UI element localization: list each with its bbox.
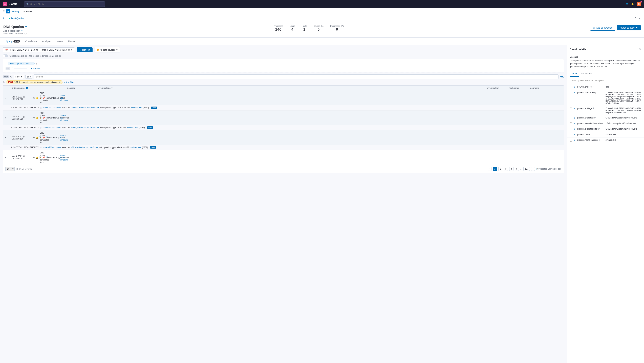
field-checkbox[interactable]	[570, 134, 572, 136]
page-3-button[interactable]: 3	[504, 167, 508, 171]
tab-analyzer[interactable]: Analyzer	[40, 38, 54, 45]
timeline-icon[interactable]: ↻	[33, 156, 35, 159]
query-pill[interactable]: network.protocol: "dns" ✕	[8, 62, 34, 65]
detail-process-link[interactable]: svchost.exe	[131, 107, 142, 109]
page-1-button[interactable]: 1	[493, 167, 497, 171]
filter-chip[interactable]: NOT NOT dns.question.name: logging.googl…	[6, 80, 62, 84]
tab-notes[interactable]: Notes	[54, 38, 66, 45]
empty-field-area[interactable]	[14, 68, 28, 69]
field-checkbox[interactable]	[570, 139, 572, 142]
field-info-icon[interactable]: ℹ	[593, 107, 594, 109]
expand-arrow[interactable]: ▶	[5, 157, 10, 158]
next-page-button[interactable]: ›	[531, 167, 535, 171]
alert-icon[interactable]: 🔔	[36, 156, 38, 159]
page-5-button[interactable]: 5	[515, 167, 519, 171]
datasources-button[interactable]: All data sources ▾	[94, 47, 120, 53]
field-info-icon[interactable]: ℹ	[604, 122, 604, 124]
field-info-icon[interactable]: ℹ	[593, 86, 594, 88]
expand-arrow[interactable]: ▼	[5, 137, 10, 139]
edit-title-icon[interactable]: ✏	[25, 26, 27, 28]
add-filter-button[interactable]: + Add filter	[64, 81, 74, 84]
field-checkbox[interactable]	[570, 117, 572, 119]
table-row[interactable]: ▶ Mar 4, 2021 @ 16:22:00.043 ↻ 🔔 📝 📌 📄 ·…	[3, 150, 564, 165]
kql-badge[interactable]: KQL	[560, 76, 564, 78]
field-info-icon[interactable]: ℹ	[590, 133, 591, 135]
field-info-icon[interactable]: ℹ	[599, 128, 600, 130]
field-checkbox[interactable]	[570, 128, 572, 130]
bell-icon[interactable]: 🔔	[631, 3, 634, 5]
page-last-button[interactable]: 127	[524, 167, 530, 171]
field-info-icon[interactable]: ℹ	[599, 139, 600, 141]
alert-icon[interactable]: 🔔	[36, 136, 38, 139]
close-event-details-button[interactable]: ✕	[639, 48, 641, 51]
table-row[interactable]: ▼ Mar 4, 2021 @ 16:26:10.320 ↻ 🔔 📝 📌 📄 ·…	[3, 111, 564, 125]
search-input[interactable]	[30, 3, 103, 5]
breadcrumb-security[interactable]: Security	[12, 10, 19, 13]
table-row[interactable]: ▼ Mar 4, 2021 @ 16:22:00.110 ↻ 🔔 📝 📌 📄 ·…	[3, 130, 564, 145]
detail-host-link[interactable]: james-712-windows	[43, 146, 61, 149]
detail-host-link[interactable]: james-712-windows	[43, 126, 61, 129]
field-info-icon[interactable]: ℹ	[597, 91, 597, 93]
row-host-name[interactable]: james-712-windows	[60, 95, 65, 102]
tab-correlation[interactable]: Correlation	[23, 38, 40, 45]
filter-settings-icon[interactable]: ⚙	[10, 75, 12, 78]
timeline-tab-dns-queries[interactable]: DNS Queries	[6, 15, 26, 22]
field-checkbox[interactable]	[570, 92, 572, 94]
page-2-button[interactable]: 2	[498, 167, 502, 171]
filter-search-input[interactable]	[34, 75, 558, 79]
date-range-picker[interactable]: 📅 Feb 25, 2021 @ 16:34:26.504 → Mar 4, 2…	[3, 47, 75, 52]
settings2-icon[interactable]: ⚙	[27, 76, 29, 78]
add-to-favorites-button[interactable]: ☆ Add to favorites	[590, 25, 615, 31]
tab-query[interactable]: Query 3156	[3, 38, 23, 45]
row-host-name[interactable]: james-712-windows	[60, 114, 65, 121]
edit-description-icon[interactable]: ✏	[21, 30, 23, 32]
hamburger-menu[interactable]: ☰	[3, 10, 5, 13]
field-info-icon[interactable]: ℹ	[595, 117, 596, 119]
timeline-header: DNS Queries ✏ Add a description ✏ Autosa…	[0, 22, 644, 38]
row-host-name[interactable]: james-712-windows	[60, 134, 65, 141]
chevron-down-settings[interactable]: ▾	[30, 76, 31, 78]
timeline-icon[interactable]: ↻	[33, 117, 35, 119]
attach-to-case-button[interactable]: Attach to case ▼	[617, 25, 641, 31]
avatar[interactable]: S	[636, 2, 641, 7]
remove-pill-button[interactable]: ✕	[31, 62, 33, 65]
elastic-logo[interactable]: e Elastic	[3, 2, 18, 7]
fullscreen-icon[interactable]: ⛶	[632, 16, 636, 21]
detail-process-link[interactable]: svchost.exe	[130, 146, 141, 149]
prev-page-button[interactable]: ‹	[488, 167, 492, 171]
new-timeline-button[interactable]: +	[3, 17, 4, 20]
filter-field-input[interactable]	[570, 78, 641, 83]
expand-arrow[interactable]: ▼	[5, 97, 10, 99]
detail-domain-link[interactable]: settings-win.data.microsoft.com	[71, 126, 99, 129]
date-lock-toggle[interactable]	[3, 55, 8, 57]
alert-icon[interactable]: 🔔	[36, 97, 38, 99]
field-checkbox[interactable]	[570, 123, 572, 125]
detail-host-link[interactable]: james-712-windows	[43, 107, 61, 109]
per-page-select[interactable]: 25 50 100	[6, 167, 14, 171]
detail-tab-table[interactable]: Table	[570, 70, 579, 77]
detail-process-link[interactable]: svchost.exe	[127, 126, 138, 129]
filter-toggle-icon[interactable]: ⊕	[3, 81, 5, 84]
close-timeline-icon[interactable]: ✕	[638, 16, 641, 21]
refresh-button[interactable]: ↻ Refresh	[77, 47, 93, 52]
field-checkbox[interactable]	[570, 86, 572, 88]
detail-domain-link[interactable]: settings-win.data.microsoft.com	[71, 107, 99, 109]
message-text: DNS query is completed for the name sett…	[570, 59, 641, 68]
filter-button[interactable]: Filter ▾	[14, 75, 24, 79]
globe-icon[interactable]: 🌐	[626, 3, 628, 5]
detail-tab-json-view[interactable]: JSON View	[579, 70, 594, 77]
timeline-icon[interactable]: ↻	[33, 136, 35, 139]
row-host-name[interactable]: james-712-windows	[60, 154, 65, 161]
timeline-description[interactable]: Add a description ✏	[3, 30, 27, 32]
page-4-button[interactable]: 4	[509, 167, 514, 171]
add-field-button[interactable]: + Add field	[31, 67, 41, 70]
remove-filter-icon[interactable]: ✕	[59, 81, 61, 83]
expand-arrow[interactable]: ▼	[5, 117, 10, 119]
alert-icon[interactable]: 🔔	[36, 117, 38, 119]
tab-pinned[interactable]: Pinned	[66, 38, 78, 45]
field-checkbox[interactable]	[570, 108, 572, 110]
detail-domain-link[interactable]: v10.events.data.microsoft.com	[71, 146, 98, 149]
table-row[interactable]: ▼ Mar 4, 2021 @ 16:26:10.323 ↻ 🔔 📝 📌 📄 ·…	[3, 91, 564, 105]
timeline-icon[interactable]: ↻	[33, 97, 35, 99]
event-icons: ↻ 🔔 📝 📌 📄 ···	[33, 156, 38, 159]
